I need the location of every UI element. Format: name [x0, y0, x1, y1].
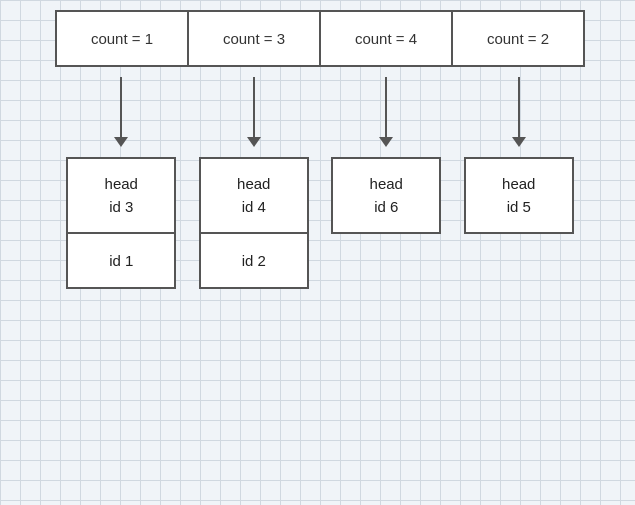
node-head-1-line2: id 3 [109, 198, 133, 215]
arrow-line-3 [385, 77, 387, 137]
top-cell-4: count = 2 [453, 12, 583, 65]
count-label-3: count = 4 [355, 30, 417, 47]
arrow-col-3 [320, 67, 453, 157]
node-head-3-line2: id 6 [374, 198, 398, 215]
arrow-line-4 [518, 77, 520, 137]
diagram: count = 1 count = 3 count = 4 count = 2 [55, 10, 585, 289]
node-head-3-line1: head [370, 175, 403, 192]
arrows-row [55, 67, 585, 157]
node-head-4: head id 5 [466, 159, 572, 232]
list-col-3: head id 6 [320, 157, 453, 289]
count-label-4: count = 2 [487, 30, 549, 47]
list-col-4: head id 5 [453, 157, 586, 289]
node-box-4: head id 5 [464, 157, 574, 234]
node-item-1-1: id 1 [68, 234, 174, 287]
node-head-4-line2: id 5 [507, 198, 531, 215]
node-head-1-line1: head [105, 175, 138, 192]
node-head-1: head id 3 [68, 159, 174, 234]
arrow-head-2 [247, 137, 261, 147]
node-head-3: head id 6 [333, 159, 439, 232]
node-head-2: head id 4 [201, 159, 307, 234]
arrow-col-2 [188, 67, 321, 157]
list-col-2: head id 4 id 2 [188, 157, 321, 289]
node-head-4-line1: head [502, 175, 535, 192]
arrow-head-4 [512, 137, 526, 147]
arrow-line-2 [253, 77, 255, 137]
node-head-2-line1: head [237, 175, 270, 192]
arrow-head-3 [379, 137, 393, 147]
bottom-row: head id 3 id 1 head id 4 id 2 head id [55, 157, 585, 289]
arrow-down-4 [512, 77, 526, 147]
arrow-down-3 [379, 77, 393, 147]
arrow-col-4 [453, 67, 586, 157]
node-item-2-1: id 2 [201, 234, 307, 287]
top-cell-2: count = 3 [189, 12, 321, 65]
top-cell-1: count = 1 [57, 12, 189, 65]
arrow-down-1 [114, 77, 128, 147]
node-box-3: head id 6 [331, 157, 441, 234]
arrow-line-1 [120, 77, 122, 137]
count-label-1: count = 1 [91, 30, 153, 47]
arrow-down-2 [247, 77, 261, 147]
count-label-2: count = 3 [223, 30, 285, 47]
arrow-head-1 [114, 137, 128, 147]
arrow-col-1 [55, 67, 188, 157]
top-cell-3: count = 4 [321, 12, 453, 65]
node-head-2-line2: id 4 [242, 198, 266, 215]
list-col-1: head id 3 id 1 [55, 157, 188, 289]
top-row: count = 1 count = 3 count = 4 count = 2 [55, 10, 585, 67]
node-box-2: head id 4 id 2 [199, 157, 309, 289]
node-box-1: head id 3 id 1 [66, 157, 176, 289]
